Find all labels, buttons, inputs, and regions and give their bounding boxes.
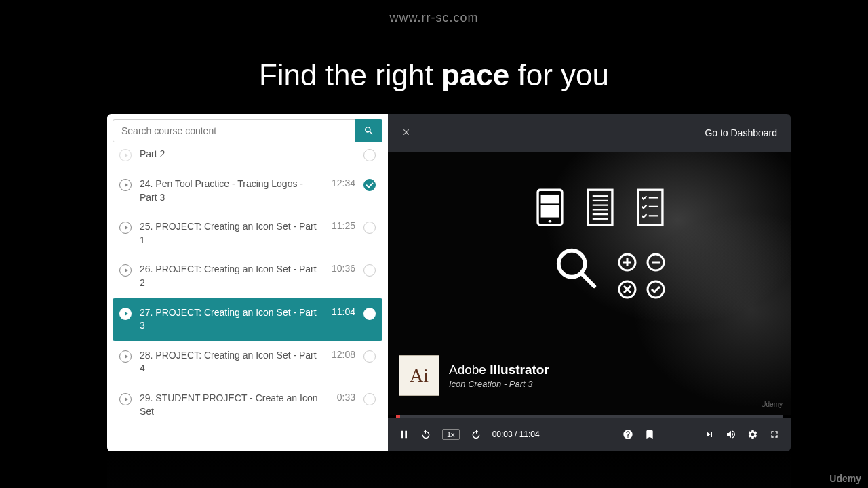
course-title-block: Ai Adobe Illustrator Icon Creation - Par… — [399, 355, 549, 396]
play-icon — [119, 393, 132, 405]
volume-button[interactable] — [726, 429, 736, 440]
app-window: Part 2 24. Pen Tool Practice - Tracing L… — [107, 114, 791, 451]
list-item[interactable]: 28. PROJECT: Creating an Icon Set - Part… — [113, 341, 382, 384]
status-circle — [363, 149, 376, 161]
reflection — [107, 453, 791, 488]
status-circle — [363, 350, 376, 363]
lesson-list[interactable]: Part 2 24. Pen Tool Practice - Tracing L… — [107, 148, 388, 451]
playback-speed[interactable]: 1x — [442, 429, 460, 440]
video-content[interactable]: Ai Adobe Illustrator Icon Creation - Par… — [388, 152, 791, 415]
svg-point-3 — [549, 220, 551, 222]
status-circle — [363, 264, 376, 277]
document-lines-icon — [585, 188, 616, 226]
time-display: 00:03 / 11:04 — [492, 430, 540, 439]
lesson-title: Part 2 — [140, 148, 342, 161]
play-icon — [119, 222, 132, 234]
lesson-duration: 0:33 — [337, 392, 355, 403]
lesson-duration: 11:25 — [332, 220, 355, 231]
list-item-partial[interactable]: Part 2 — [113, 148, 382, 169]
search-icon — [363, 125, 374, 136]
lesson-duration: 12:08 — [332, 349, 355, 360]
progress-fill — [396, 415, 400, 418]
lesson-duration: 12:34 — [332, 178, 355, 188]
minus-circle-icon — [646, 252, 666, 272]
play-icon — [119, 179, 132, 191]
fullscreen-button[interactable] — [769, 429, 780, 440]
list-item-active[interactable]: 27. PROJECT: Creating an Icon Set - Part… — [113, 298, 382, 341]
icon-row — [534, 188, 666, 226]
svg-rect-1 — [541, 195, 559, 203]
settings-button[interactable] — [747, 429, 758, 440]
list-item[interactable]: 24. Pen Tool Practice - Tracing Logos - … — [113, 169, 382, 212]
status-circle — [363, 393, 376, 405]
lesson-duration: 10:36 — [332, 263, 355, 274]
play-icon — [119, 308, 132, 320]
lesson-title: 29. STUDENT PROJECT - Create an Icon Set — [140, 392, 323, 418]
watermark-url: www.rr-sc.com — [390, 11, 479, 25]
video-brand-badge: Udemy — [761, 401, 783, 408]
circle-icon-grid — [617, 252, 666, 300]
next-button[interactable] — [704, 429, 715, 440]
dashboard-link[interactable]: Go to Dashboard — [705, 127, 777, 138]
search-input[interactable] — [113, 119, 355, 142]
video-area: Go to Dashboard Ai Adobe Illustrator — [388, 114, 791, 451]
rewind-button[interactable] — [420, 429, 431, 440]
play-icon — [119, 264, 132, 277]
search-button[interactable] — [355, 119, 382, 142]
list-item[interactable]: 25. PROJECT: Creating an Icon Set - Part… — [113, 212, 382, 255]
x-circle-icon — [617, 279, 637, 300]
search-row — [107, 114, 388, 148]
lesson-duration: 11:04 — [332, 306, 355, 317]
checklist-icon — [635, 188, 666, 226]
svg-rect-2 — [541, 205, 559, 218]
headline: Find the right pace for you — [259, 58, 609, 92]
close-icon — [401, 127, 411, 137]
video-title: Adobe Illustrator — [449, 363, 549, 378]
help-button[interactable] — [623, 429, 633, 440]
bookmark-button[interactable] — [644, 429, 655, 440]
svg-rect-4 — [588, 190, 612, 225]
play-icon — [119, 350, 132, 363]
lesson-title: 25. PROJECT: Creating an Icon Set - Part… — [140, 220, 318, 247]
status-current-icon — [363, 308, 376, 320]
lesson-title: 26. PROJECT: Creating an Icon Set - Part… — [140, 263, 318, 289]
list-item[interactable]: 29. STUDENT PROJECT - Create an Icon Set… — [113, 384, 382, 426]
brand-corner: Udemy — [829, 473, 861, 484]
status-circle — [363, 222, 376, 234]
illustrator-logo-icon: Ai — [399, 355, 439, 396]
play-icon — [119, 149, 132, 161]
plus-circle-icon — [617, 252, 637, 272]
lesson-title: 28. PROJECT: Creating an Icon Set - Part… — [140, 349, 318, 375]
pause-button[interactable] — [399, 429, 410, 440]
video-subtitle: Icon Creation - Part 3 — [449, 379, 549, 389]
status-completed-icon — [363, 179, 376, 191]
progress-bar[interactable] — [396, 415, 783, 418]
list-item[interactable]: 26. PROJECT: Creating an Icon Set - Part… — [113, 255, 382, 298]
forward-button[interactable] — [471, 429, 481, 440]
course-sidebar: Part 2 24. Pen Tool Practice - Tracing L… — [107, 114, 388, 451]
video-controls: 1x 00:03 / 11:04 — [388, 418, 791, 451]
check-circle-icon — [646, 279, 666, 300]
close-button[interactable] — [401, 126, 411, 140]
video-header: Go to Dashboard — [388, 114, 791, 152]
lesson-title: 27. PROJECT: Creating an Icon Set - Part… — [140, 306, 318, 333]
phone-icon — [534, 188, 566, 226]
lesson-title: 24. Pen Tool Practice - Tracing Logos - … — [140, 178, 318, 204]
svg-line-16 — [582, 274, 594, 286]
magnifier-icon — [553, 245, 599, 294]
